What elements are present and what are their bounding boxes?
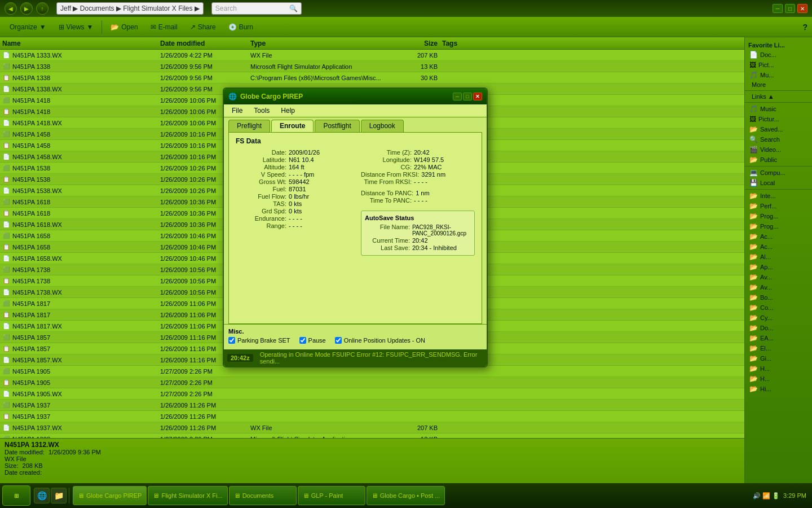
sidebar-item-13[interactable]: 📂Inte... — [745, 191, 812, 201]
menu-help[interactable]: Help — [275, 106, 301, 116]
table-row[interactable]: 📋 N451PA 1905 1/27/2009 2:26 PM — [0, 377, 744, 388]
tab-logbook[interactable]: Logbook — [361, 120, 404, 132]
sidebar-item-27[interactable]: 📂EA... — [745, 333, 812, 343]
start-button[interactable]: ⊞ — [2, 485, 30, 506]
help-button[interactable]: ? — [802, 23, 807, 32]
sidebar-item-23[interactable]: 📂Bo... — [745, 292, 812, 303]
quick-launch-btn-1[interactable]: 🌐 — [34, 488, 50, 503]
file-date: 1/27/2009 2:26 PM — [160, 368, 250, 375]
sidebar-item-18[interactable]: 📂Ac... — [745, 242, 812, 252]
sidebar-item-5[interactable]: 🎵Music — [745, 104, 812, 114]
file-name: 📋 N451PA 1618 — [2, 209, 160, 217]
burn-button[interactable]: 💿 Burn — [223, 20, 258, 34]
table-row[interactable]: 📄 N451PA 1905.WX 1/27/2009 2:26 PM — [0, 388, 744, 400]
organize-button[interactable]: Organize ▼ — [5, 20, 51, 34]
sidebar-item-19[interactable]: 📂Al... — [745, 252, 812, 262]
views-button[interactable]: ⊞ Views ▼ — [54, 20, 99, 34]
menu-tools[interactable]: Tools — [248, 106, 275, 116]
sidebar-item-6[interactable]: 🖼Pictur... — [745, 114, 812, 124]
open-button[interactable]: 📂 Open — [105, 20, 143, 34]
sidebar-item-8[interactable]: 🔍Search — [745, 134, 812, 144]
table-row[interactable]: 🟩 N451PA 1905 1/27/2009 2:26 PM — [0, 366, 744, 377]
file-icon: 📄 — [2, 153, 10, 161]
toolbar-separator-1 — [102, 20, 102, 34]
sidebar-item-16[interactable]: 📂Prog... — [745, 221, 812, 231]
sidebar-item-22[interactable]: 📂Av... — [745, 282, 812, 292]
back-button[interactable]: ◀ — [5, 2, 17, 15]
up-button[interactable]: ↑ — [36, 2, 48, 15]
quick-launch-btn-2[interactable]: 📁 — [51, 488, 67, 503]
misc-label: Misc. — [228, 328, 482, 335]
sidebar-item-21[interactable]: 📂Av... — [745, 272, 812, 282]
table-row[interactable]: 📋 N451PA 1937 1/26/2009 11:26 PM — [0, 411, 744, 422]
sidebar-item-2[interactable]: 🎵Mu... — [745, 70, 812, 80]
parking-brake-label: Parking Brake SET — [237, 337, 290, 344]
sidebar-item-10[interactable]: 📂Public — [745, 155, 812, 165]
menu-file[interactable]: File — [226, 106, 248, 116]
taskbar-button-2[interactable]: 🖥Documents — [229, 486, 297, 505]
online-position-checkbox[interactable]: Online Position Updates - ON — [335, 337, 425, 344]
sidebar-item-29[interactable]: 📂Gi... — [745, 353, 812, 364]
sidebar-separator — [745, 189, 812, 190]
sidebar-item-3[interactable]: More — [745, 80, 812, 89]
tab-enroute[interactable]: Enroute — [271, 120, 314, 132]
minimize-button[interactable]: ─ — [773, 4, 783, 13]
open-label: Open — [121, 23, 138, 31]
sidebar-item-30[interactable]: 📂H... — [745, 364, 812, 374]
table-row[interactable]: 📄 N451PA 1937.WX 1/26/2009 11:26 PM WX F… — [0, 422, 744, 433]
taskbar-button-1[interactable]: 🖥Flight Simulator X Fi... — [148, 486, 227, 505]
table-row[interactable]: 📋 N451PA 1338 1/26/2009 9:56 PM C:\Progr… — [0, 72, 744, 84]
pause-input[interactable] — [299, 337, 306, 344]
close-button[interactable]: ✕ — [797, 4, 807, 13]
parking-brake-input[interactable] — [228, 337, 235, 344]
table-row[interactable]: 🟩 N451PA 1338 1/26/2009 9:56 PM Microsof… — [0, 61, 744, 72]
table-row[interactable]: 🟩 N451PA 1937 1/26/2009 11:26 PM — [0, 400, 744, 411]
sidebar-item-15[interactable]: 📂Prog... — [745, 211, 812, 221]
forward-button[interactable]: ▶ — [20, 2, 33, 15]
email-button[interactable]: ✉ E-mail — [145, 20, 183, 34]
online-position-input[interactable] — [335, 337, 342, 344]
pirep-close-button[interactable]: ✕ — [473, 93, 482, 100]
sidebar-item-4[interactable]: Links ▲ — [745, 92, 812, 101]
sidebar-item-26[interactable]: 📂Do... — [745, 323, 812, 333]
date-row: Date: 2009/01/26 — [236, 149, 350, 156]
sidebar-item-14[interactable]: 📂Perf... — [745, 201, 812, 211]
sidebar-item-31[interactable]: 📂H... — [745, 374, 812, 384]
table-row[interactable]: 📄 N451PA 1333.WX 1/26/2009 4:22 PM WX Fi… — [0, 50, 744, 61]
address-bar[interactable]: Jeff ▶ Documents ▶ Flight Simulator X Fi… — [56, 2, 204, 15]
tab-postflight[interactable]: Postflight — [315, 120, 359, 132]
sidebar-item-24[interactable]: 📂Co... — [745, 303, 812, 313]
sidebar-icon-18: 📂 — [749, 243, 758, 251]
sidebar-icon-13: 📂 — [749, 192, 758, 200]
sidebar-item-7[interactable]: 📂Saved... — [745, 124, 812, 134]
sidebar-item-11[interactable]: 💻Compu... — [745, 168, 812, 178]
sidebar-label-14: Perf... — [760, 203, 776, 209]
sidebar-item-0[interactable]: 📄Doc... — [745, 50, 812, 60]
tab-preflight[interactable]: Preflight — [228, 120, 270, 132]
sidebar-label-24: Co... — [760, 304, 773, 311]
sidebar-item-12[interactable]: 💾Local — [745, 178, 812, 188]
pirep-maximize-button[interactable]: □ — [463, 93, 472, 100]
pause-checkbox[interactable]: Pause — [299, 337, 326, 344]
sidebar-item-1[interactable]: 🖼Pict... — [745, 60, 812, 70]
pirep-minimize-button[interactable]: ─ — [453, 93, 462, 100]
sidebar-item-9[interactable]: 🎬Video... — [745, 144, 812, 155]
search-bar[interactable]: Search 🔍 — [211, 2, 302, 15]
taskbar-button-3[interactable]: 🖥GLP - Paint — [298, 486, 365, 505]
table-row[interactable]: 🟩 N451PA 1938 1/27/2009 2:36 PM Microsof… — [0, 433, 744, 438]
sidebar-item-17[interactable]: 📂Ac... — [745, 231, 812, 242]
maximize-button[interactable]: □ — [785, 4, 795, 13]
taskbar-button-4[interactable]: 🖥Globe Cargo • Post ... — [367, 486, 445, 505]
dist-from-rksi-label: Distance From RKSI: — [361, 171, 419, 178]
sidebar-item-32[interactable]: 📂Hi... — [745, 384, 812, 394]
file-icon: 📋 — [2, 243, 10, 251]
sidebar-item-28[interactable]: 📂El... — [745, 343, 812, 353]
sidebar-item-25[interactable]: 📂Cy... — [745, 313, 812, 323]
file-icon: 📄 — [2, 51, 10, 59]
sidebar-item-20[interactable]: 📂Ap... — [745, 262, 812, 272]
taskbar-button-0[interactable]: 🖥Globe Cargo PIREP — [73, 486, 147, 505]
col-header-date: Date modified — [160, 40, 250, 47]
share-button[interactable]: ↗ Share — [185, 20, 221, 34]
range-value: - - - - — [289, 222, 302, 229]
parking-brake-checkbox[interactable]: Parking Brake SET — [228, 337, 290, 344]
